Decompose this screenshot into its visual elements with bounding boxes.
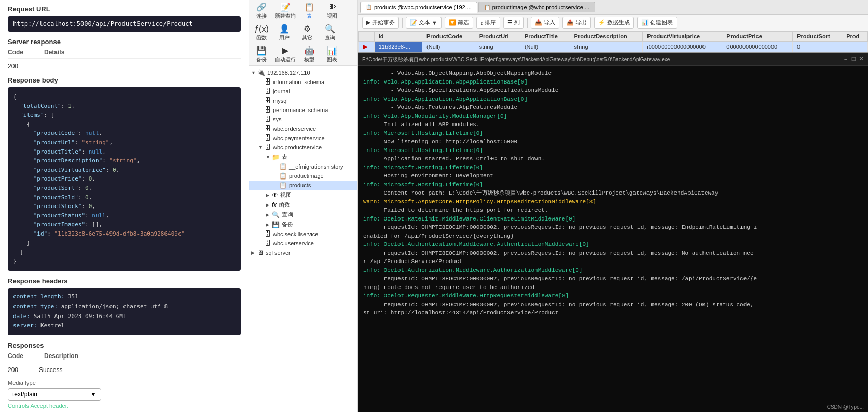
tree-information-schema[interactable]: 🗄 information_schema xyxy=(249,77,357,87)
col-header-productcode[interactable]: ProductCode xyxy=(422,32,475,42)
btn-data-gen[interactable]: ⚡ 数据生成 xyxy=(594,17,634,29)
terminal-minimize-icon[interactable]: － xyxy=(843,55,849,64)
terminal-line-12: info: Microsoft.Hosting.Lifetime[0] xyxy=(363,163,863,172)
backup-icon: 💾 xyxy=(256,46,267,56)
toolbar-chart-label: 图表 xyxy=(327,56,337,63)
toolbar-table[interactable]: 📋 表 xyxy=(300,2,319,20)
toolbar-chart[interactable]: 📊 图表 xyxy=(323,46,341,63)
tree-efmigrations[interactable]: 📋 __efmigrationshistory xyxy=(249,162,357,171)
media-type-section: Media type text/plain ▼ Controls Accept … xyxy=(8,380,241,409)
btn-create-chart[interactable]: 📊 创建图表 xyxy=(637,17,677,29)
btn-create-chart-label: 创建图表 xyxy=(650,19,673,26)
table-row[interactable]: ▶ 11b323c8-... (Null) string (Null) stri… xyxy=(359,42,868,52)
toolbar-other-label: 其它 xyxy=(302,34,312,42)
col-header-productvirtualprice[interactable]: ProductVirtualprice xyxy=(643,32,722,42)
btn-import[interactable]: 📥 导入 xyxy=(531,17,559,29)
btn-export[interactable]: 📤 导出 xyxy=(562,17,591,29)
tree-journal[interactable]: 🗄 journal xyxy=(249,87,357,96)
tree-label-efmigrations: __efmigrationshistory xyxy=(289,163,343,170)
toolbar-view[interactable]: 👁 视图 xyxy=(323,3,341,20)
toolbar-new-query[interactable]: 📝 新建查询 xyxy=(275,2,296,20)
function-icon: ƒ(x) xyxy=(254,24,269,34)
tree-tables-folder[interactable]: ▼ 📁 表 xyxy=(249,152,357,162)
tree-sqlserver[interactable]: ▶ 🖥 sql server xyxy=(249,248,357,257)
db-top-section: 📋 products @wbc.productservice (192.... … xyxy=(358,0,868,53)
db-icon-1: 🗄 xyxy=(265,78,271,86)
toolbar-query-label: 查询 xyxy=(325,34,335,42)
text-dropdown-icon: ▼ xyxy=(432,20,437,26)
terminal-line-15: Content root path: E:\Code\千万级秒杀项目\wbc-p… xyxy=(363,189,863,198)
tree-seckillservice[interactable]: 🗄 wbc.seckillservice xyxy=(249,229,357,239)
tree-performance-schema[interactable]: 🗄 performance_schema xyxy=(249,105,357,115)
col-header-productsort[interactable]: ProductSort xyxy=(793,32,842,42)
db-icon-8: 🗄 xyxy=(265,144,271,151)
db-icon-6: 🗄 xyxy=(265,125,271,132)
toolbar-autorun[interactable]: ▶ 自动运行 xyxy=(275,46,296,63)
resp-code: 200 xyxy=(8,366,18,374)
terminal-container: E:\Code\千万级秒杀项目\wbc-products\WBC.Seckill… xyxy=(358,53,868,412)
tree-paymentservice[interactable]: 🗄 wbc.paymentservice xyxy=(249,133,357,143)
terminal-line-23: r /api/ProductService/Product xyxy=(363,257,863,266)
toolbar-backup[interactable]: 💾 备份 xyxy=(252,46,271,63)
btn-text[interactable]: 📝 文本 ▼ xyxy=(406,17,442,29)
cell-productdescription: string xyxy=(570,42,643,52)
tree-productservice[interactable]: ▼ 🗄 wbc.productservice xyxy=(249,143,357,152)
headers-box: content-length: 351 content-type: applic… xyxy=(8,288,241,335)
tree-sys[interactable]: 🗄 sys xyxy=(249,115,357,124)
tree-label-seckillservice: wbc.seckillservice xyxy=(273,231,318,237)
toolbar-function[interactable]: ƒ(x) 函数 xyxy=(252,24,271,42)
tree-label-userservice: wbc.userservice xyxy=(273,240,314,246)
col-header-producturl[interactable]: ProductUrl xyxy=(475,32,520,42)
toolbar-other[interactable]: ⚙ 其它 xyxy=(298,24,316,42)
toolbar-function-label: 函数 xyxy=(256,34,267,42)
media-type-label: Media type xyxy=(8,380,241,386)
tree-functions[interactable]: ▶ fx 函数 xyxy=(249,200,357,210)
row-arrow-cell: ▶ xyxy=(359,42,375,52)
resp-description: Success xyxy=(39,366,62,374)
toolbar-autorun-label: 自动运行 xyxy=(275,56,296,63)
tree-orderservice[interactable]: 🗄 wbc.orderservice xyxy=(249,124,357,133)
tree-label-paymentservice: wbc.paymentservice xyxy=(273,135,325,141)
toolbar-connect[interactable]: 🔗 连接 xyxy=(252,2,271,20)
toolbar-model[interactable]: 🤖 模型 xyxy=(300,46,319,63)
btn-start-transaction[interactable]: ▶ 开始事务 xyxy=(362,17,399,29)
table-icon-products: 📋 xyxy=(279,182,287,189)
tree-backups[interactable]: ▶ 💾 备份 xyxy=(249,219,357,229)
tree-productimage[interactable]: 📋 productimage xyxy=(249,171,357,181)
tree-label-queries: 查询 xyxy=(282,211,293,218)
terminal-close-icon[interactable]: ✕ xyxy=(859,55,864,64)
tab-productimage[interactable]: 📋 productimage @wbc.productservice.... xyxy=(478,2,595,12)
btn-filter[interactable]: 🔽 筛选 xyxy=(445,17,473,29)
tab-products[interactable]: 📋 products @wbc.productservice (192.... xyxy=(360,2,477,13)
terminal-line-21: info: Ocelot.Authentication.Middleware.A… xyxy=(363,240,863,249)
toolbar-new-query-label: 新建查询 xyxy=(275,12,296,20)
col-header-producttitle[interactable]: ProductTitle xyxy=(520,32,570,42)
tree-queries[interactable]: ▶ 🔍 查询 xyxy=(249,210,357,219)
terminal-line-26: hing} route does not require user to be … xyxy=(363,283,863,292)
terminal-maximize-icon[interactable]: □ xyxy=(852,55,856,64)
tree-server[interactable]: ▼ 🔌 192.168.127.110 xyxy=(249,68,357,77)
btn-data-gen-label: 数据生成 xyxy=(607,19,630,26)
media-type-select[interactable]: text/plain ▼ xyxy=(8,388,101,401)
toolbar-user[interactable]: 👤 用户 xyxy=(275,24,294,42)
responses-section: Responses Code Description 200 Success xyxy=(8,341,241,376)
col-header-id[interactable]: Id xyxy=(374,32,422,42)
controls-accept-link[interactable]: Controls Accept header. xyxy=(8,403,241,409)
btn-columns[interactable]: ☰ 列 xyxy=(503,17,524,29)
tab-productimage-icon: 📋 xyxy=(484,5,490,10)
create-chart-icon: 📊 xyxy=(641,19,649,26)
toolbar-connect-label: 连接 xyxy=(256,12,267,20)
toolbar-query[interactable]: 🔍 查询 xyxy=(321,24,339,42)
response-body-section: Response body { "totalCount": 1, "items"… xyxy=(8,76,241,271)
btn-sort[interactable]: ↕ 排序 xyxy=(476,17,501,29)
tree-userservice[interactable]: 🗄 wbc.userservice xyxy=(249,239,357,248)
toolbar-model-label: 模型 xyxy=(304,56,314,63)
cell-productcode: (Null) xyxy=(422,42,475,52)
tree-mysql[interactable]: 🗄 mysql xyxy=(249,96,357,105)
col-header-productdescription[interactable]: ProductDescription xyxy=(570,32,643,42)
tree-views[interactable]: ▶ 👁 视图 xyxy=(249,190,357,200)
col-header-productprice[interactable]: ProductPrice xyxy=(722,32,793,42)
responses-desc-label: Description xyxy=(44,352,78,360)
col-header-prod[interactable]: Prod xyxy=(842,32,868,42)
tree-products[interactable]: 📋 products xyxy=(249,181,357,190)
